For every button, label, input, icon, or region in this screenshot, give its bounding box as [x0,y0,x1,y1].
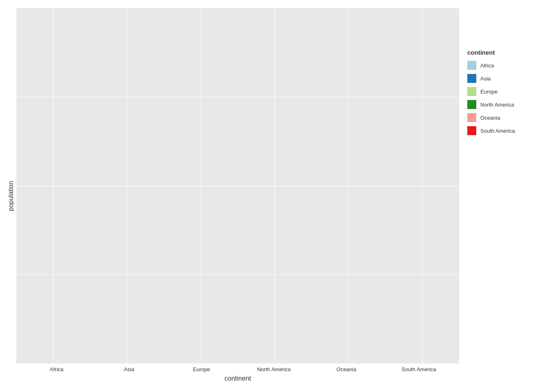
legend-label-africa: Africa [480,62,494,69]
legend-item-europe: Europe [467,87,537,96]
plot-with-axes: 0e+001e+092e+093e+094e+09 AfricaAsiaEuro… [16,8,459,384]
legend-item-asia: Asia [467,74,537,83]
legend: continent AfricaAsiaEuropeNorth AmericaO… [459,33,541,143]
legend-label-europe: Europe [480,89,498,95]
x-label-oceania: Oceania [310,366,382,372]
x-label-africa: Africa [20,366,93,372]
legend-item-africa: Africa [467,61,537,70]
y-axis-label: population [4,8,16,384]
legend-items: AfricaAsiaEuropeNorth AmericaOceaniaSout… [467,61,537,139]
legend-label-north-america: North America [480,102,514,108]
legend-item-north-america: North America [467,100,537,109]
legend-swatch-africa [467,61,476,70]
legend-item-south-america: South America [467,126,537,135]
legend-swatch-south-america [467,126,476,135]
x-label-south-america: South America [383,366,455,372]
legend-title: continent [467,49,537,56]
chart-plot: population 0e+001e+092e+093e+094e+09 Afr… [4,8,459,384]
legend-swatch-oceania [467,113,476,122]
plot-inner: 0e+001e+092e+093e+094e+09 [16,8,459,364]
legend-item-oceania: Oceania [467,113,537,122]
x-axis: AfricaAsiaEuropeNorth AmericaOceaniaSout… [16,364,459,372]
legend-label-asia: Asia [480,76,491,82]
legend-swatch-north-america [467,100,476,109]
legend-label-south-america: South America [480,128,515,134]
bars-container [16,8,459,364]
x-label-europe: Europe [165,366,238,372]
x-axis-title: continent [16,372,459,384]
x-label-north-america: North America [238,366,310,372]
x-label-asia: Asia [93,366,165,372]
chart-area: population 0e+001e+092e+093e+094e+09 Afr… [4,8,459,384]
legend-label-oceania: Oceania [480,115,500,121]
legend-swatch-europe [467,87,476,96]
chart-container: population 0e+001e+092e+093e+094e+09 Afr… [0,0,549,392]
legend-swatch-asia [467,74,476,83]
